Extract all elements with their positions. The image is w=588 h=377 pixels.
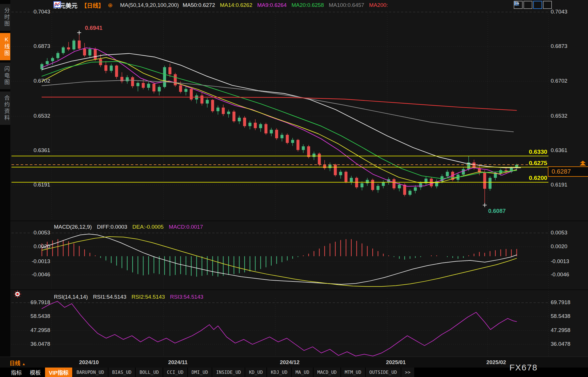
- rsi-title: RSI(14,14,14): [54, 294, 88, 300]
- macd-title: MACD(26,12,9): [54, 224, 92, 230]
- rsi-header: RSI(14,14,14) RSI1:54.5143 RSI2:54.5143 …: [54, 294, 203, 300]
- rsi2-value: RSI2:54.5143: [132, 294, 165, 300]
- sidebar-item-3[interactable]: 合约资料: [0, 92, 10, 125]
- date-label-0: 2024/10: [69, 359, 109, 366]
- ma-values: MA50:0.6272MA14:0.6262MA9:0.6264MA20:0.6…: [183, 2, 393, 8]
- chart-toolbar: [514, 1, 552, 9]
- period-selector-label: 日线: [9, 360, 20, 366]
- add-indicator-icon[interactable]: ⊕: [108, 2, 113, 9]
- period-tag[interactable]: 【日线】: [81, 1, 104, 9]
- time-axis: 日线 ▲ 2024/102024/112024/122025/012025/02: [0, 357, 588, 368]
- chart-canvas[interactable]: [0, 0, 588, 377]
- indicator-tab-bar: 指标模板VIP指标BARUPDN_UDBIAS_UDBOLL_UDCCI_UDD…: [0, 368, 588, 377]
- sidebar-item-1[interactable]: K线图: [0, 33, 10, 60]
- chart-header: 澳元美元 【日线】 ⊕ MA(50,14,9,20,100,200) MA50:…: [53, 1, 393, 9]
- trading-terminal: 分时图K线图闪电图合约资料 0.6941 0.6087 0.70430.6873…: [0, 0, 588, 377]
- ma-group-label: MA(50,14,9,20,100,200): [120, 2, 179, 8]
- ma-value-3: MA20:0.6258: [291, 2, 324, 8]
- sidebar: 分时图K线图闪电图合约资料: [0, 0, 10, 377]
- macd-dea-value: DEA:-0.0005: [133, 224, 164, 230]
- watermark: FX678: [509, 363, 538, 372]
- rsi1-value: RSI1:54.5143: [93, 294, 126, 300]
- date-label-3: 2025/01: [376, 359, 416, 366]
- tab-mtm-ud[interactable]: MTM_UD: [341, 368, 365, 377]
- tab-inside-ud[interactable]: INSIDE_UD: [212, 368, 245, 377]
- ma-value-4: MA100:0.6457: [329, 2, 364, 8]
- tab-macd-ud[interactable]: MACD_UD: [314, 368, 340, 377]
- ma-value-2: MA9:0.6264: [257, 2, 287, 8]
- sidebar-item-0[interactable]: 分时图: [0, 4, 10, 31]
- tab-boll-ud[interactable]: BOLL_UD: [136, 368, 162, 377]
- ma-value-5: MA200:: [369, 2, 388, 8]
- tab-kd-ud[interactable]: KD_UD: [245, 368, 266, 377]
- tab-指标[interactable]: 指标: [7, 368, 26, 377]
- macd-value: MACD:0.0017: [169, 224, 203, 230]
- tab-kdj-ud[interactable]: KDJ_UD: [267, 368, 291, 377]
- tab-ma-ud[interactable]: MA_UD: [292, 368, 313, 377]
- tab-bias-ud[interactable]: BIAS_UD: [108, 368, 135, 377]
- ma-value-1: MA14:0.6262: [220, 2, 252, 8]
- period-selector[interactable]: 日线 ▲: [9, 359, 26, 367]
- rsi3-value: RSI3:54.5143: [170, 294, 203, 300]
- tab--[interactable]: >>: [401, 368, 414, 377]
- macd-header: MACD(26,12,9) DIFF:0.0003 DEA:-0.0005 MA…: [54, 224, 203, 230]
- macd-diff-value: DIFF:0.0003: [97, 224, 127, 230]
- shift-axis-icon[interactable]: [543, 1, 552, 9]
- tab-cci-ud[interactable]: CCI_UD: [163, 368, 187, 377]
- sidebar-item-2[interactable]: 闪电图: [0, 63, 10, 89]
- tab-barupdn-ud[interactable]: BARUPDN_UD: [73, 368, 108, 377]
- tab-dmi-ud[interactable]: DMI_UD: [188, 368, 212, 377]
- tab-vip指标[interactable]: VIP指标: [45, 368, 72, 377]
- axis-scale-icon[interactable]: [523, 1, 532, 9]
- tab-outside-ud[interactable]: OUTSIDE_UD: [366, 368, 401, 377]
- date-label-2: 2024/12: [270, 359, 310, 366]
- date-label-1: 2024/11: [158, 359, 198, 366]
- current-price-tag: 0.6287: [548, 166, 588, 177]
- ma-value-0: MA50:0.6272: [183, 2, 215, 8]
- tab-模板[interactable]: 模板: [26, 368, 44, 377]
- axis-play-icon[interactable]: [533, 1, 542, 9]
- triangle-up-icon: ▲: [22, 362, 26, 366]
